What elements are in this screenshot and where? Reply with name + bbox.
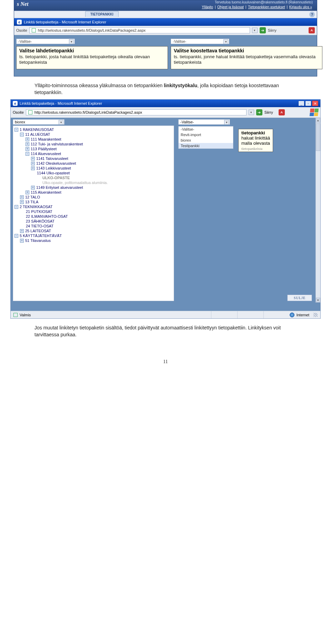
tree-item[interactable]: +112 Tuki- ja vahvistusrakenteet [14,142,173,146]
address-label: Osoite [13,110,24,114]
pdf-icon[interactable]: A [279,109,285,115]
source-card-heading: Valitse lähdetietopankki [19,48,165,53]
source-select-value: -Valitse- [18,39,32,43]
tree-item[interactable]: 1144 Ulko-opasteet [14,171,173,175]
go-button[interactable]: ➔ [256,109,262,115]
url-input[interactable]: http://selostus.rakennustieto.fi/Dialogs… [26,109,247,115]
tree-item-label: 24 TIETO-OSAT [26,224,53,228]
tree-item[interactable]: +1141 Talovarusteet [14,156,173,161]
tree-item[interactable]: +111 Maarakenteet [14,137,173,142]
resize-grip-icon[interactable] [313,313,318,317]
url-history-dropdown[interactable]: ▾ [252,28,258,33]
expand-icon[interactable]: + [31,186,35,190]
close-button[interactable]: ✕ [312,101,318,106]
tree-item[interactable]: 22 ILMANVAIHTO-OSAT [14,214,173,219]
scroll-thumb[interactable] [316,123,320,151]
target-card-text: ts. tietopankki, jonne haluat linkittää … [174,54,319,65]
app-logo: s Net [17,1,28,7]
tree-item-label: 1143 Leikkivarusteet [36,166,71,170]
ie-window-title: Linkitä tietopaketteja - Microsoft Inter… [24,20,106,24]
target-card-peek: tietopankki haluat linkittää malla oleva… [238,129,273,152]
minimize-button[interactable]: _ [298,101,304,106]
source-select[interactable]: -Valitse- ▾ [16,39,75,44]
help-icon[interactable]: ? [309,12,315,17]
expand-icon[interactable]: + [26,191,29,194]
expand-icon[interactable]: + [31,157,35,161]
target-select[interactable]: -Valitse- ▾ [178,119,230,125]
expand-icon[interactable]: + [31,162,35,165]
tree-item[interactable]: +115 Aluerakenteet [14,190,173,195]
source-select[interactable]: biorex ▾ [13,119,64,125]
expand-icon[interactable]: + [26,142,29,146]
expand-icon[interactable]: + [20,200,24,204]
source-select-value: biorex [15,120,25,124]
sulje-button[interactable]: SULJE [287,295,312,301]
tree-item-label: 112 Tuki- ja vahvistusrakenteet [31,142,83,146]
tree-item[interactable]: 23 SÄHKÖOSAT [14,219,173,224]
go-button[interactable]: ➔ [260,27,266,33]
tree-item-label: 115 Aluerakenteet [31,190,61,194]
tree-item[interactable]: +25 LAITEOSAT [14,228,173,233]
url-text: http://selostus.rakennustieto.fi/Dialogs… [34,110,142,114]
tree-item[interactable]: +12 TALO [14,195,173,200]
collapse-icon[interactable]: - [14,128,18,132]
tree-item-label: 23 SÄHKÖOSAT [26,219,54,223]
screenshot-1: s Net Tervetuloa tuomo.kuuluvainen@raken… [14,0,317,76]
tree-item[interactable]: 21 PUTKIOSAT [14,209,173,214]
tree-item[interactable]: +13 TILA [14,200,173,204]
target-select[interactable]: -Valitse- ▾ [171,39,229,44]
link-yllapito[interactable]: Ylläpito [202,5,213,9]
page-icon [32,28,36,32]
paragraph-2: Jos muutat linkitetyn tietopaketin sisäl… [34,324,303,338]
expand-icon[interactable]: + [20,195,24,199]
scroll-up-icon[interactable]: ▴ [316,118,320,123]
expand-icon[interactable]: + [26,147,29,151]
tree-item-label: 22 ILMANVAIHTO-OSAT [26,214,68,218]
tree-item[interactable]: -2 TEKNIIKKAOSAT [14,204,173,209]
address-label: Osoite [16,28,27,32]
target-select-dropdown[interactable]: -Valitse- Revit-import biorex Testipankk… [178,126,233,149]
tree-item[interactable]: -1 RAKENNUSOSAT [14,127,173,132]
link-logout[interactable]: Kirjaudu ulos » [289,5,312,9]
ie-status-bar: Valmis Internet [11,311,320,318]
maximize-button[interactable]: ▫ [305,101,311,106]
app-banner: s Net Tervetuloa tuomo.kuuluvainen@raken… [14,0,317,11]
expand-icon[interactable]: + [31,166,35,170]
tree-item[interactable]: +1143 Leikkivarusteet [14,166,173,171]
tree-item[interactable]: -5 KÄYTTÄJÄTEHTÄVÄT [14,233,173,238]
collapse-icon[interactable]: - [26,152,29,156]
expand-icon[interactable]: + [26,137,29,141]
tree-item-label: 111 Maarakenteet [31,137,61,141]
ie-address-bar: Osoite http://selostus.rakennustieto.fi/… [11,107,320,118]
collapse-icon[interactable]: - [20,133,24,136]
tree-item[interactable]: ULKO-OPASTE [14,175,173,180]
ie-icon: e [17,20,22,24]
pdf-icon[interactable]: A [309,27,315,33]
tree-item[interactable]: +1149 Erityiset aluevarusteet [14,185,173,190]
url-history-dropdown[interactable]: ▾ [249,110,254,115]
tree-item[interactable]: -114 Aluevarusteet [14,151,173,156]
expand-icon[interactable]: + [20,229,24,233]
url-input[interactable]: http://selostus.rakennustieto.fi/Dialogs… [29,27,250,33]
collapse-icon[interactable]: - [14,234,18,238]
tree-item[interactable]: +51 Tilavarustus [14,238,173,243]
tree-item[interactable]: 24 TIETO-OSAT [14,224,173,228]
scroll-down-icon[interactable]: ▾ [316,298,320,303]
tree-item[interactable]: -11 ALUEOSAT [14,132,173,137]
dropdown-option[interactable]: -Valitse- [179,126,233,132]
tree-item[interactable]: +1142 Oleskeluvarusteet [14,161,173,166]
tree-item[interactable]: Ulko-opaste, polttomaalattua alumiinia. [14,180,173,185]
scrollbar[interactable]: ▴ ▾ [315,118,320,303]
tab-tietopankki[interactable]: TIETOPANKKI [85,11,119,17]
collapse-icon[interactable]: - [14,205,18,209]
dropdown-option[interactable]: Revit-import [179,132,233,137]
dropdown-option-selected[interactable]: Testipankki [179,143,233,149]
dropdown-option[interactable]: biorex [179,137,233,143]
tree-item-label: 12 TALO [25,195,40,199]
link-asetukset[interactable]: Tietopankkien asetukset [248,5,285,9]
tree-item[interactable]: +113 Päällysteet [14,146,173,151]
page-icon [13,313,18,317]
expand-icon[interactable]: + [20,239,24,243]
link-ohjeet[interactable]: Ohjeet ja lisäosat [217,5,244,9]
tree-item-label: 21 PUTKIOSAT [26,209,52,214]
